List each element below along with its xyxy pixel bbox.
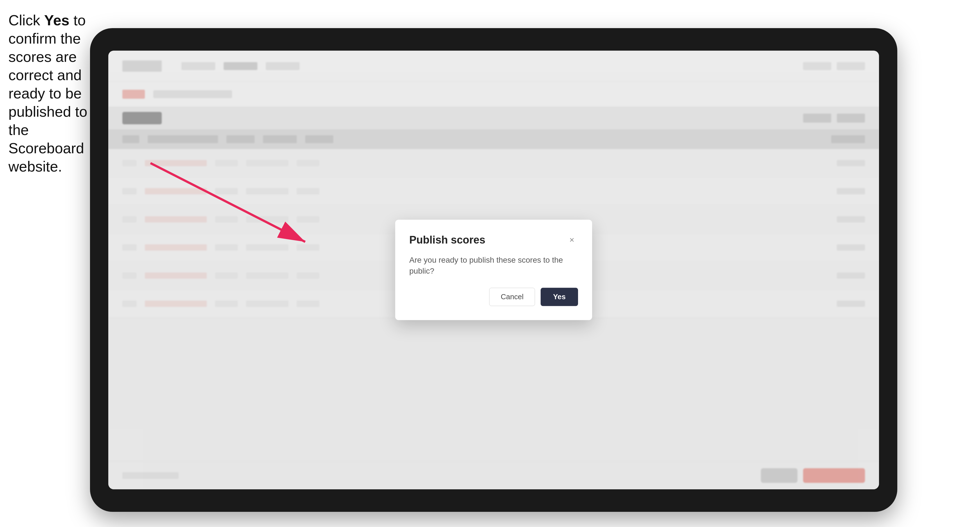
instruction-text-suffix: to confirm the scores are correct and re… (8, 12, 87, 175)
tablet-screen: Publish scores × Are you ready to publis… (108, 51, 879, 489)
modal-body-text: Are you ready to publish these scores to… (409, 254, 578, 276)
publish-scores-modal: Publish scores × Are you ready to publis… (395, 220, 592, 320)
modal-title: Publish scores (409, 234, 485, 246)
instruction-text-prefix: Click (8, 12, 44, 29)
tablet-device: Publish scores × Are you ready to publis… (90, 28, 897, 512)
modal-cancel-button[interactable]: Cancel (489, 288, 535, 306)
modal-footer: Cancel Yes (409, 288, 578, 306)
instruction-bold-yes: Yes (44, 12, 70, 29)
modal-header: Publish scores × (409, 234, 578, 246)
modal-yes-button[interactable]: Yes (541, 288, 578, 306)
instruction-text: Click Yes to confirm the scores are corr… (8, 11, 90, 176)
modal-close-button[interactable]: × (566, 234, 578, 246)
svg-line-1 (151, 163, 305, 242)
